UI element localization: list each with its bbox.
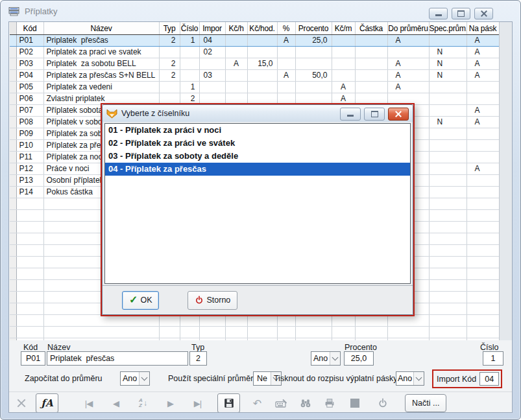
table-row[interactable]: P03Priplatek za sobotu BELL2A15,0ANA <box>10 58 499 70</box>
cell[interactable] <box>429 152 466 163</box>
cell[interactable]: 02 <box>199 47 225 58</box>
save-button[interactable] <box>217 393 240 413</box>
next-record-button[interactable]: ▶ <box>160 394 181 412</box>
cell[interactable] <box>225 47 247 58</box>
cell[interactable] <box>429 140 466 152</box>
row-selector[interactable] <box>10 47 16 58</box>
cell[interactable]: Priplatek za praci ve svatek <box>43 47 159 58</box>
cell[interactable]: A <box>466 35 499 47</box>
cell[interactable] <box>387 47 429 58</box>
previous-record-button[interactable]: ◀ <box>105 394 127 412</box>
stop-button[interactable] <box>344 394 365 412</box>
dialog-close-button[interactable] <box>388 108 409 121</box>
cell[interactable]: Priplatek přesčas <box>43 35 159 47</box>
cell[interactable]: A <box>466 117 499 128</box>
cell[interactable] <box>180 58 199 70</box>
cislo-input[interactable]: 1 <box>483 351 503 366</box>
row-selector[interactable] <box>10 105 16 117</box>
cell[interactable]: A <box>387 58 429 70</box>
cell[interactable] <box>332 70 355 82</box>
typ-input[interactable]: 2 <box>189 351 207 366</box>
find-button[interactable] <box>295 394 316 412</box>
app-titlebar[interactable]: Příplatky <box>1 1 520 21</box>
cell[interactable] <box>247 35 277 47</box>
cell[interactable] <box>159 47 180 58</box>
cell[interactable] <box>199 58 225 70</box>
delete-button[interactable] <box>10 394 32 412</box>
cell[interactable] <box>180 47 199 58</box>
cell[interactable]: P03 <box>16 58 43 70</box>
cell[interactable] <box>180 70 199 82</box>
cell[interactable] <box>225 82 247 93</box>
cell[interactable]: P08 <box>16 117 43 128</box>
last-record-button[interactable]: ▶| <box>187 394 208 412</box>
table-row[interactable]: P02Priplatek za praci ve svatek02NA <box>10 47 499 58</box>
cell[interactable]: A <box>277 70 295 82</box>
cell[interactable]: 1 <box>180 35 199 47</box>
cell[interactable] <box>355 47 387 58</box>
cell[interactable]: 2 <box>159 70 180 82</box>
storno-button[interactable]: Storno <box>188 291 237 310</box>
cell[interactable]: A <box>466 70 499 82</box>
print-button[interactable] <box>319 394 340 412</box>
cell[interactable]: P12 <box>16 163 43 175</box>
cell[interactable] <box>355 35 387 47</box>
edit-button[interactable] <box>271 394 292 412</box>
cell[interactable]: 2 <box>159 58 180 70</box>
table-row[interactable]: P04Priplatek za přesčas S+N BELL203A50,0… <box>10 70 499 82</box>
cell[interactable] <box>159 82 180 93</box>
cell[interactable] <box>295 82 332 93</box>
cell[interactable]: A <box>332 82 355 93</box>
procento-input[interactable]: 25,0 <box>344 351 374 366</box>
cell[interactable] <box>295 47 332 58</box>
cell[interactable] <box>332 35 355 47</box>
cell[interactable] <box>429 175 466 187</box>
cell[interactable] <box>466 128 499 140</box>
cell[interactable] <box>429 82 466 93</box>
dialog-list-item[interactable]: 03 - Příplatek za soboty a deděle <box>105 150 410 163</box>
cell[interactable]: N <box>429 47 466 58</box>
cell[interactable] <box>466 93 499 105</box>
row-selector[interactable] <box>10 175 16 187</box>
row-selector[interactable] <box>10 82 16 93</box>
font-button[interactable]: ƒA <box>36 393 58 413</box>
cell[interactable] <box>466 175 499 187</box>
row-selector[interactable] <box>10 58 16 70</box>
cell[interactable]: A <box>277 35 295 47</box>
cell[interactable] <box>466 82 499 93</box>
cell[interactable] <box>295 58 332 70</box>
cell[interactable]: A <box>225 58 247 70</box>
nacti-button[interactable]: Načti ... <box>405 394 446 412</box>
cell[interactable]: A <box>466 58 499 70</box>
cell[interactable]: 25,0 <box>295 35 332 47</box>
dialog-minimize-button[interactable] <box>340 108 361 121</box>
cell[interactable] <box>332 58 355 70</box>
cell[interactable] <box>225 70 247 82</box>
close-button[interactable] <box>474 8 493 19</box>
row-selector[interactable] <box>10 163 16 175</box>
dialog-list-item[interactable]: 04 - Příplatek za přesčas <box>105 163 410 176</box>
table-row[interactable]: P05Priplatek za vedeni1AA <box>10 82 499 93</box>
cell[interactable]: 50,0 <box>295 70 332 82</box>
cell[interactable]: Priplatek za sobotu BELL <box>43 58 159 70</box>
cell[interactable] <box>247 82 277 93</box>
cell[interactable]: Priplatek za přesčas S+N BELL <box>43 70 159 82</box>
procento-dropdown[interactable]: Ano <box>311 351 341 366</box>
row-selector[interactable] <box>10 152 16 163</box>
vertical-scrollbar[interactable] <box>499 22 513 340</box>
row-selector[interactable] <box>10 117 16 128</box>
ok-button[interactable]: ✓ OK <box>122 291 159 310</box>
zapocitat-dropdown[interactable]: Ano <box>120 371 150 386</box>
cell[interactable] <box>277 58 295 70</box>
restore-button[interactable] <box>452 8 470 19</box>
row-selector[interactable] <box>10 140 16 152</box>
cell[interactable]: P09 <box>16 128 43 140</box>
cell[interactable]: P14 <box>16 187 43 198</box>
cell[interactable]: P10 <box>16 140 43 152</box>
dialog-list-item[interactable]: 01 - Příplatek za práci v noci <box>105 124 410 137</box>
cell[interactable] <box>277 47 295 58</box>
cell[interactable] <box>199 82 225 93</box>
row-selector[interactable] <box>10 35 16 47</box>
nazev-input[interactable]: Priplatek přesčas <box>47 351 188 366</box>
cell[interactable] <box>277 82 295 93</box>
